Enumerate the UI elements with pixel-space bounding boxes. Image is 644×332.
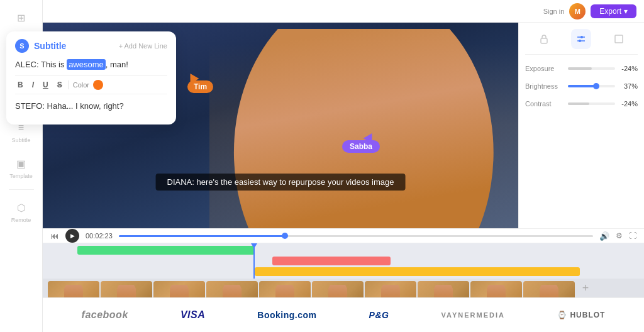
underline-button[interactable]: U <box>40 79 51 91</box>
thumbnail-6 <box>312 281 364 297</box>
adjustment-brightness: Brightness 37% <box>525 80 638 92</box>
svg-point-4 <box>579 40 581 42</box>
toolbar-divider <box>69 80 69 89</box>
export-chevron-icon: ▾ <box>624 7 628 16</box>
brightness-slider[interactable] <box>568 85 615 87</box>
brightness-label: Brightness <box>525 82 563 90</box>
panel-tab-crop[interactable] <box>609 29 629 49</box>
brand-visa: VISA <box>180 309 205 321</box>
thumbnail-4 <box>206 281 258 297</box>
video-subtitle-text: DIANA: here's the easiest way to repurpo… <box>156 174 406 191</box>
subtitle-panel-title: S Subtitle <box>15 39 66 53</box>
signin-link[interactable]: Sign in <box>543 8 565 15</box>
brand-pg: P&G <box>369 310 389 320</box>
remote-icon: ⬡ <box>14 200 29 215</box>
settings-icon[interactable]: ⚙ <box>616 231 623 240</box>
sidebar-label-template: Template <box>9 173 33 179</box>
cursor-tim: Tim <box>187 73 213 93</box>
subtitle-panel-icon: S <box>15 39 29 53</box>
panel-tab-sliders[interactable] <box>571 29 591 49</box>
topbar: Sign in M Export ▾ <box>43 0 644 23</box>
thumbnail-2 <box>101 281 152 297</box>
brightness-thumb <box>593 83 599 89</box>
playback-progress[interactable] <box>119 235 593 237</box>
thumbnail-1 <box>48 281 99 297</box>
thumbnail-7 <box>365 281 416 297</box>
bold-button[interactable]: B <box>15 79 26 91</box>
sidebar-label-subtitle: Subtitle <box>11 137 30 143</box>
adjustment-exposure: Exposure -24% <box>525 62 638 75</box>
volume-icon[interactable]: 🔊 <box>599 231 609 241</box>
export-label: Export <box>599 7 621 16</box>
thumbnail-8 <box>418 281 469 297</box>
adjustment-contrast: Contrast -24% <box>525 97 638 110</box>
sidebar-item-grid[interactable]: ⊞ <box>4 5 39 30</box>
app-container: ⊞ ◎ voila T Text ≡ Subtitle ▣ Template ⬡… <box>0 0 644 332</box>
playhead-triangle <box>251 243 257 248</box>
strikethrough-button[interactable]: S <box>55 79 65 91</box>
right-panel: Exposure -24% Brightness 37% Contrast <box>518 23 644 228</box>
subtitle-line-1: ALEC: This is awesome, man! <box>15 59 167 70</box>
sidebar-label-remote: Remote <box>11 217 31 223</box>
cursor-sabba: Sabba <box>342 133 380 153</box>
brand-hublot: ⌚ HUBLOT <box>557 311 605 319</box>
exposure-value: -24% <box>620 65 638 72</box>
track-green[interactable] <box>77 246 255 255</box>
user-avatar[interactable]: M <box>569 3 586 19</box>
time-display: 00:02:23 <box>86 232 113 240</box>
track-red[interactable] <box>272 257 391 265</box>
brand-vaynermedia: VAYNERMEDIA <box>441 311 505 319</box>
color-picker[interactable] <box>93 80 103 90</box>
brightness-fill <box>568 85 596 87</box>
grid-icon: ⊞ <box>14 10 29 25</box>
export-button[interactable]: Export ▾ <box>591 4 636 18</box>
svg-point-2 <box>580 36 583 38</box>
playhead <box>253 243 255 279</box>
tracks-container <box>43 243 644 279</box>
color-label: Color <box>73 81 89 89</box>
subtitle-title-label: Subtitle <box>34 41 66 51</box>
track-yellow[interactable] <box>255 267 580 276</box>
subtitle-line-2: STEFO: Haha... I know, right? <box>15 101 167 112</box>
brand-booking: Booking.com <box>257 310 316 320</box>
panel-tab-lock[interactable] <box>534 29 554 49</box>
cursor-sabba-label: Sabba <box>342 140 380 153</box>
play-button[interactable]: ▶ <box>65 229 79 243</box>
brightness-value: 37% <box>620 82 638 90</box>
exposure-label: Exposure <box>525 65 563 72</box>
timeline-area: ⏮ ▶ 00:02:23 🔊 ⚙ ⛶ <box>43 228 644 297</box>
add-new-line-button[interactable]: + Add New Line <box>119 42 167 50</box>
italic-button[interactable]: I <box>30 79 36 91</box>
subtitle-panel-header: S Subtitle + Add New Line <box>15 39 167 53</box>
thumbnail-3 <box>153 281 205 297</box>
fullscreen-icon[interactable]: ⛶ <box>629 231 636 240</box>
progress-fill <box>119 235 285 237</box>
sidebar-item-template[interactable]: ▣ Template <box>4 151 39 184</box>
contrast-slider[interactable] <box>568 102 615 105</box>
subtitle-toolbar: B I U S Color <box>15 75 167 94</box>
contrast-value: -24% <box>620 100 638 108</box>
exposure-fill <box>568 67 592 70</box>
thumbnail-strip: + <box>43 279 644 297</box>
brand-facebook: facebook <box>82 309 128 321</box>
person-silhouette <box>209 29 518 228</box>
sidebar-item-remote[interactable]: ⬡ Remote <box>4 195 39 228</box>
subtitle-panel: S Subtitle + Add New Line ALEC: This is … <box>6 31 176 124</box>
contrast-fill <box>568 102 589 105</box>
svg-rect-0 <box>541 38 547 43</box>
skip-back-icon[interactable]: ⏮ <box>50 231 59 241</box>
template-icon: ▣ <box>14 156 29 171</box>
brands-bar: facebook VISA Booking.com P&G VAYNERMEDI… <box>43 297 644 332</box>
playback-bar: ⏮ ▶ 00:02:23 🔊 ⚙ ⛶ <box>43 228 644 243</box>
person-image <box>209 23 518 228</box>
sidebar-divider-2 <box>9 189 34 190</box>
add-clip-button[interactable]: + <box>576 281 595 295</box>
thumbnail-9 <box>470 281 522 297</box>
contrast-label: Contrast <box>525 100 563 108</box>
progress-thumb <box>282 233 288 239</box>
topbar-right: Sign in M Export ▾ <box>543 3 636 19</box>
thumbnail-5 <box>259 281 311 297</box>
panel-tabs <box>525 29 638 55</box>
svg-rect-5 <box>615 35 623 43</box>
exposure-slider[interactable] <box>568 67 615 70</box>
